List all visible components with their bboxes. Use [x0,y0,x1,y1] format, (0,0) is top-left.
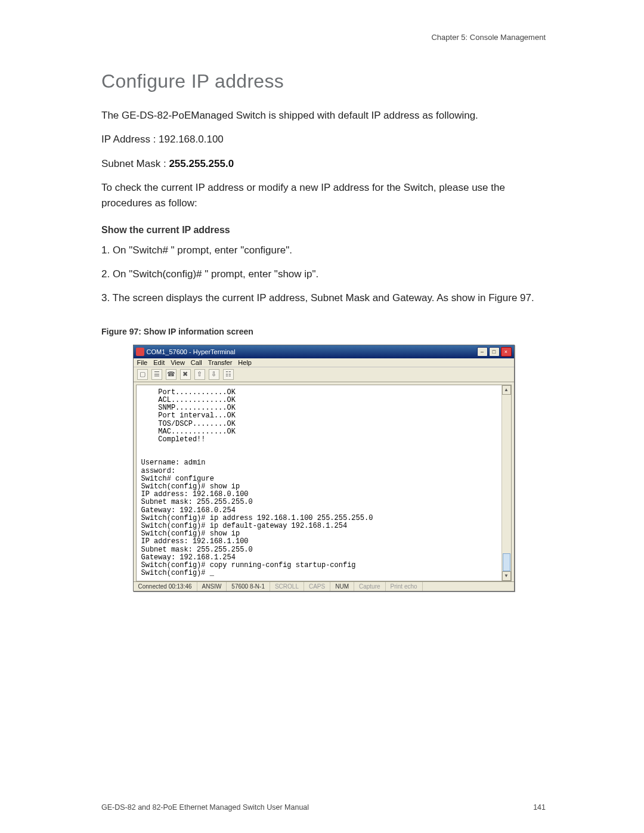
menu-call[interactable]: Call [191,359,202,366]
menu-bar: File Edit View Call Transfer Help [134,358,514,367]
terminal-area: Port............OK ACL.............OK SN… [134,382,514,581]
scrollbar-up-icon[interactable]: ▲ [502,385,511,395]
menu-file[interactable]: File [137,359,148,366]
ip-address-line: IP Address : 192.168.0.100 [101,132,546,147]
instruction-paragraph: To check the current IP address or modif… [101,180,546,212]
terminal-viewport[interactable]: Port............OK ACL.............OK SN… [136,385,512,581]
window-title: COM1_57600 - HyperTerminal [147,348,236,355]
page: Chapter 5: Console Management Configure … [0,0,644,833]
properties-icon[interactable]: ☷ [223,369,234,380]
window-titlebar[interactable]: COM1_57600 - HyperTerminal – □ × [134,345,514,358]
figure-caption: Figure 97: Show IP information screen [101,327,546,336]
sub-heading: Show the current IP address [101,225,546,236]
page-title: Configure IP address [101,70,546,92]
step-1: 1. On "Switch# " prompt, enter "configur… [101,243,546,258]
step-3: 3. The screen displays the current IP ad… [101,290,546,306]
status-num: NUM [330,582,354,591]
menu-edit[interactable]: Edit [153,359,165,366]
subnet-value: 255.255.255.0 [169,158,234,169]
page-footer: GE-DS-82 and 82-PoE Ethernet Managed Swi… [101,803,546,812]
intro-paragraph: The GE-DS-82-PoEManaged Switch is shippe… [101,108,546,123]
status-scroll: SCROLL [270,582,304,591]
status-bar: Connected 00:13:46 ANSIW 57600 8-N-1 SCR… [134,581,514,591]
status-connected: Connected 00:13:46 [134,582,197,591]
maximize-button[interactable]: □ [489,347,500,357]
menu-transfer[interactable]: Transfer [208,359,233,366]
minimize-button[interactable]: – [477,347,488,357]
connect-icon[interactable]: ☎ [166,369,177,380]
hyperterminal-window: COM1_57600 - HyperTerminal – □ × File Ed… [133,345,515,592]
subnet-prefix: Subnet Mask : [101,158,169,169]
scrollbar-down-icon[interactable]: ▼ [502,571,511,581]
step-2: 2. On "Switch(config)# " prompt, enter "… [101,267,546,282]
status-print-echo: Print echo [386,582,423,591]
menu-help[interactable]: Help [238,359,252,366]
receive-icon[interactable]: ⇩ [209,369,219,380]
subnet-mask-line: Subnet Mask : 255.255.255.0 [101,156,546,172]
disconnect-icon[interactable]: ✖ [180,369,191,380]
menu-view[interactable]: View [171,359,185,366]
footer-page-number: 141 [533,803,546,812]
status-settings: 57600 8-N-1 [227,582,270,591]
scrollbar-thumb[interactable] [503,553,510,571]
footer-manual-title: GE-DS-82 and 82-PoE Ethernet Managed Swi… [101,803,309,812]
status-caps: CAPS [304,582,330,591]
vertical-scrollbar[interactable]: ▲ ▼ [501,385,511,581]
send-icon[interactable]: ⇧ [194,369,205,380]
open-icon[interactable]: ☰ [151,369,162,380]
new-icon[interactable]: ▢ [137,369,148,380]
status-capture: Capture [354,582,386,591]
terminal-output: Port............OK ACL.............OK SN… [137,385,511,580]
toolbar: ▢ ☰ ☎ ✖ ⇧ ⇩ ☷ [134,367,514,382]
status-emulation: ANSIW [197,582,227,591]
chapter-header: Chapter 5: Console Management [101,33,546,42]
close-button[interactable]: × [501,347,512,357]
app-icon [136,348,144,356]
